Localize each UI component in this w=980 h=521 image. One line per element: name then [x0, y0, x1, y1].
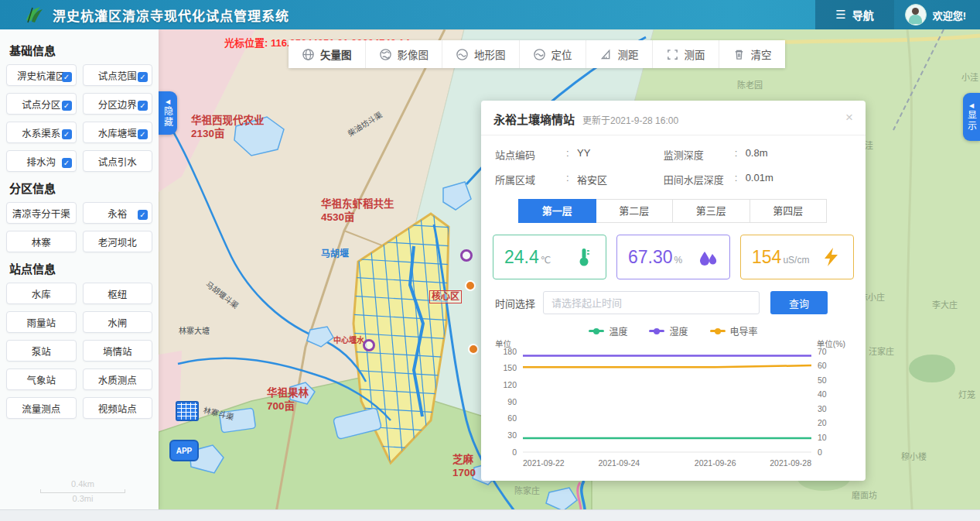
scale-km: 0.4km	[40, 479, 125, 488]
section-title: 分区信息	[9, 180, 152, 196]
sensor-card: 154uS/cm	[740, 235, 854, 279]
svg-text:2021-09-26: 2021-09-26	[695, 458, 736, 468]
layer-label: 永裕	[108, 206, 127, 221]
layer-toggle-button[interactable]: 流量测点	[6, 397, 77, 419]
layer-toggle-button[interactable]: 试点引水	[83, 150, 153, 172]
sensor-value-group: 24.4℃	[504, 247, 551, 268]
checkbox-checked-icon[interactable]: ✓	[138, 72, 148, 82]
svg-text:30: 30	[507, 430, 517, 440]
layer-label: 流量测点	[22, 401, 60, 416]
layer-label: 气象站	[26, 372, 56, 387]
close-icon[interactable]: ×	[845, 111, 853, 124]
hide-tab-label: 隐藏	[162, 106, 175, 128]
map-scalebar: 0.4km 0.3mi	[40, 479, 125, 503]
layer-label: 清凉寺分干渠	[12, 206, 70, 221]
legend-marker	[649, 330, 664, 332]
field-label: 监测深度	[664, 147, 735, 162]
layer-toggle-button[interactable]: 淠史杭灌区✓	[6, 64, 77, 86]
menu-icon: ☰	[835, 8, 845, 22]
map-tool-globe[interactable]: 影像图	[366, 40, 443, 68]
field-value: 裕安区	[577, 172, 607, 187]
layer-toggle-button[interactable]: 泵站	[6, 340, 77, 362]
checkbox-checked-icon[interactable]: ✓	[62, 158, 72, 168]
layer-toggle-button[interactable]: 试点范围✓	[83, 64, 153, 86]
soil-layer-tab[interactable]: 第二层	[596, 199, 674, 223]
checkbox-checked-icon[interactable]: ✓	[138, 210, 148, 220]
lightning-icon	[821, 246, 842, 268]
svg-text:20: 20	[818, 418, 827, 427]
checkbox-checked-icon[interactable]: ✓	[138, 129, 148, 139]
avatar[interactable]	[905, 4, 927, 26]
field-value: 0.8m	[746, 147, 768, 162]
checkbox-checked-icon[interactable]: ✓	[62, 72, 72, 82]
svg-text:2021-09-24: 2021-09-24	[598, 458, 640, 468]
layer-toggle-button[interactable]: 雨量站	[6, 311, 77, 333]
info-field: 站点编码:YY	[495, 147, 659, 162]
layer-label: 水库塘堰	[98, 125, 137, 140]
legend-show-tab[interactable]: ◀ 显示	[963, 93, 980, 141]
layer-toggle-button[interactable]: 老河坝北	[83, 231, 153, 252]
layer-toggle-button[interactable]: 水系渠系✓	[6, 122, 77, 143]
tool-label: 矢量图	[320, 46, 352, 62]
query-button[interactable]: 查询	[770, 291, 828, 314]
svg-text:120: 120	[503, 380, 517, 389]
locate-icon	[533, 48, 546, 61]
map-tool-area[interactable]: 测面	[653, 40, 719, 68]
legend-item[interactable]: 电导率	[710, 324, 758, 338]
legend-label: 湿度	[669, 324, 688, 338]
legend-item[interactable]: 湿度	[649, 324, 688, 338]
layer-toggle-button[interactable]: 水质测点	[83, 368, 153, 390]
layer-toggle-button[interactable]: 枢纽	[83, 283, 153, 304]
layer-toggle-button[interactable]: 墒情站	[83, 340, 153, 362]
layer-toggle-button[interactable]: 水闸	[83, 311, 153, 333]
legend-label: 电导率	[730, 324, 758, 338]
chart-area: 单位单位(%)030609012015018001020304050607020…	[487, 339, 859, 475]
map-tool-locate[interactable]: 定位	[520, 40, 586, 68]
svg-text:30: 30	[818, 404, 827, 413]
tool-label: 测面	[685, 46, 705, 62]
tool-label: 测距	[618, 46, 639, 62]
legend-item[interactable]: 温度	[589, 324, 627, 338]
scale-mi: 0.3mi	[40, 494, 125, 503]
footer-strip	[0, 509, 980, 521]
sensor-value-group: 67.30%	[628, 247, 682, 268]
time-filter-row: 时间选择 查询	[481, 279, 866, 314]
sidebar-collapse-tab[interactable]: ◀ 隐藏	[159, 91, 177, 135]
field-value: 0.01m	[746, 172, 773, 187]
checkbox-checked-icon[interactable]: ✓	[62, 129, 72, 139]
layer-button-grid: 水库枢纽雨量站水闸泵站墒情站气象站水质测点流量测点视频站点	[6, 283, 152, 419]
map-toolbar: 矢量图影像图地形图定位测距测面清空	[289, 40, 785, 68]
sensor-unit: uS/cm	[783, 255, 809, 266]
map-tool-ruler[interactable]: 测距	[586, 40, 653, 68]
map-tool-trash[interactable]: 清空	[719, 40, 785, 68]
soil-layer-tab[interactable]: 第四层	[750, 199, 828, 223]
layer-toggle-button[interactable]: 林寨	[6, 231, 77, 252]
layer-label: 枢纽	[108, 286, 127, 301]
layer-toggle-button[interactable]: 分区边界✓	[83, 93, 153, 115]
layer-toggle-button[interactable]: 气象站	[6, 368, 77, 390]
checkbox-checked-icon[interactable]: ✓	[62, 101, 72, 111]
layer-toggle-button[interactable]: 试点分区✓	[6, 93, 77, 115]
layer-toggle-button[interactable]: 水库	[6, 283, 77, 304]
map-tool-terrain[interactable]: 地形图	[442, 40, 520, 68]
terrain-icon	[456, 48, 469, 61]
soil-layer-tab[interactable]: 第三层	[673, 199, 750, 223]
map-tool-globe-grid[interactable]: 矢量图	[289, 40, 366, 68]
app-logo-icon	[22, 5, 45, 25]
layer-toggle-button[interactable]: 清凉寺分干渠	[6, 202, 77, 224]
checkbox-checked-icon[interactable]: ✓	[138, 101, 148, 111]
layer-toggle-button[interactable]: 水库塘堰✓	[83, 122, 153, 143]
station-popup: 永裕土壤墒情站 更新于2021-9-28 16:00 × 站点编码:YY监测深度…	[481, 101, 866, 481]
soil-layer-tab[interactable]: 第一层	[518, 199, 596, 223]
section-title: 基础信息	[9, 42, 152, 58]
layer-toggle-button[interactable]: 永裕✓	[83, 202, 153, 224]
layer-toggle-button[interactable]: 排水沟✓	[6, 150, 77, 172]
tool-label: 地形图	[474, 46, 506, 62]
user-box[interactable]: 欢迎您!	[894, 0, 980, 29]
time-range-input[interactable]	[543, 291, 760, 314]
trash-icon	[732, 48, 746, 61]
layer-toggle-button[interactable]: 视频站点	[83, 397, 153, 419]
info-field: 监测深度:0.8m	[664, 147, 852, 162]
app-header: 淠史杭灌区清凉寺现代化试点管理系统 ☰ 导航 欢迎您!	[0, 0, 980, 29]
nav-button[interactable]: ☰ 导航	[815, 0, 893, 29]
